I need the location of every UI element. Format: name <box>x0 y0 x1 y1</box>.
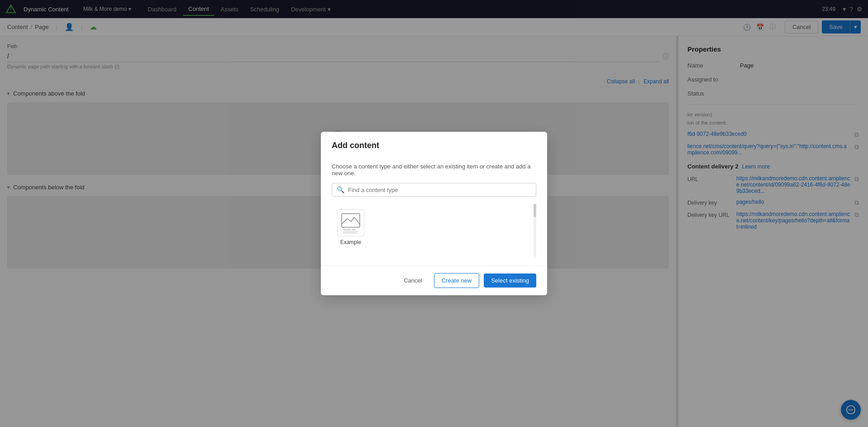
modal-body: Choose a content type and either select … <box>321 156 547 265</box>
modal-scrollbar-thumb[interactable] <box>534 204 536 217</box>
add-content-modal: Add content Choose a content type and ei… <box>321 132 547 295</box>
content-type-scroll-area: HEADLINE Example <box>332 204 536 258</box>
content-type-label: Example <box>340 239 362 245</box>
content-type-example[interactable]: HEADLINE Example <box>332 204 370 258</box>
modal-overlay[interactable]: Add content Choose a content type and ei… <box>0 0 868 427</box>
modal-scrollbar-track[interactable] <box>534 204 536 258</box>
search-input[interactable] <box>348 187 531 193</box>
search-box: 🔍 <box>332 183 536 197</box>
svg-text:HEADLINE: HEADLINE <box>343 228 356 231</box>
content-type-icon-example: HEADLINE <box>337 209 364 236</box>
cancel-modal-button[interactable]: Cancel <box>396 273 429 288</box>
modal-description: Choose a content type and either select … <box>332 163 536 177</box>
example-icon-svg: HEADLINE <box>339 211 362 234</box>
search-icon: 🔍 <box>337 186 344 193</box>
modal-header: Add content <box>321 132 547 156</box>
content-type-grid: HEADLINE Example <box>332 204 532 258</box>
modal-footer: Cancel Create new Select existing <box>321 265 547 295</box>
modal-title: Add content <box>332 141 536 150</box>
select-existing-button[interactable]: Select existing <box>484 273 536 288</box>
create-new-button[interactable]: Create new <box>434 273 479 288</box>
